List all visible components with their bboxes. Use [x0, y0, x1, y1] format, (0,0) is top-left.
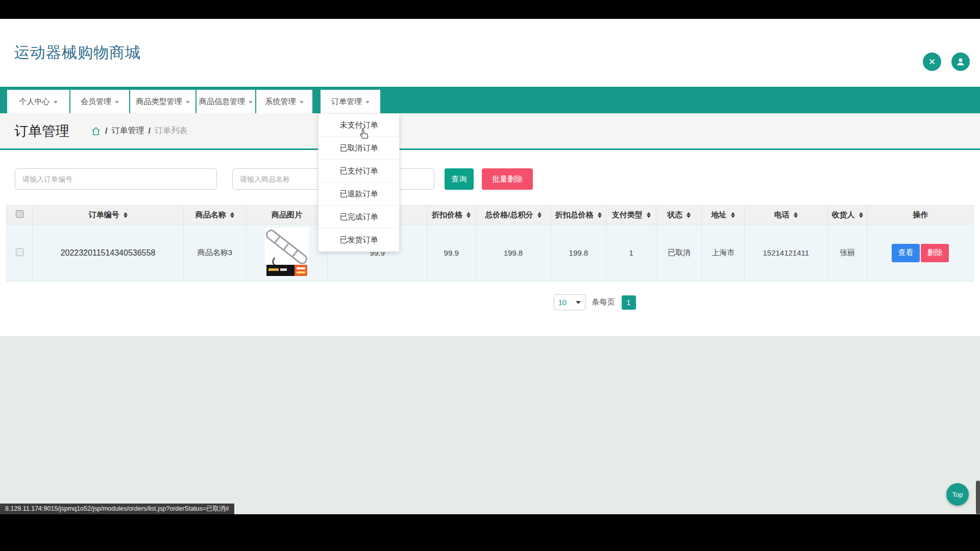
- chevron-down-icon: [249, 101, 253, 104]
- status-bar-url: 8.129.11.174:9015/jspmq1o52/jsp/modules/…: [0, 504, 234, 514]
- breadcrumb-order-mgmt[interactable]: 订单管理: [111, 126, 144, 136]
- product-thumbnail-image: [264, 227, 309, 277]
- close-icon: ✕: [928, 58, 936, 66]
- menu-item-refunded-orders[interactable]: 已退款订单: [318, 183, 399, 206]
- menu-item-unpaid-orders[interactable]: 未支付订单: [318, 114, 399, 137]
- app-header: 运动器械购物商城 ✕: [0, 19, 980, 87]
- user-button[interactable]: [951, 53, 970, 71]
- row-checkbox[interactable]: [16, 248, 23, 256]
- browser-page: 运动器械购物商城 ✕ 个人中心 会员管理: [0, 19, 980, 514]
- row-select-cell: [7, 224, 33, 282]
- delete-button[interactable]: 删除: [921, 244, 949, 262]
- sort-icon: [647, 212, 651, 218]
- chevron-down-icon: [300, 101, 304, 104]
- batch-delete-button[interactable]: 批量删除: [482, 168, 533, 190]
- orders-table: 订单编号 商品名称 商品图片 价格/积分: [6, 205, 974, 282]
- page-size-select[interactable]: 10: [554, 294, 585, 310]
- sort-icon: [687, 212, 691, 218]
- sort-icon: [598, 212, 602, 218]
- order-no-input[interactable]: [15, 168, 217, 190]
- cell-discount-price: 99.9: [427, 224, 476, 282]
- chevron-down-icon: [365, 101, 370, 104]
- nav-item-system-mgmt[interactable]: 系统管理: [256, 90, 312, 113]
- col-discount-price[interactable]: 折扣价格: [427, 206, 476, 224]
- col-pay-type[interactable]: 支付类型: [606, 206, 656, 224]
- home-link[interactable]: [91, 126, 101, 136]
- select-all-cell: [7, 206, 33, 224]
- menu-item-completed-orders[interactable]: 已完成订单: [318, 206, 399, 229]
- chevron-down-icon: [186, 101, 190, 104]
- nav-item-personal-center[interactable]: 个人中心: [7, 90, 69, 113]
- sort-icon: [794, 212, 798, 218]
- chevron-down-icon: [115, 101, 119, 104]
- page-1-button[interactable]: 1: [622, 295, 636, 310]
- nav-item-product-info-mgmt[interactable]: 商品信息管理: [197, 90, 255, 113]
- cell-receiver: 张丽: [827, 224, 867, 282]
- col-order-no[interactable]: 订单编号: [33, 206, 184, 224]
- cell-product-name: 商品名称3: [183, 224, 246, 282]
- page-title: 订单管理: [14, 122, 69, 140]
- main-nav: 个人中心 会员管理 商品类型管理 商品信息管理 系统管理 订单管理: [0, 87, 980, 113]
- sort-icon: [124, 212, 128, 218]
- cell-order-no: 202232011514340536558: [33, 224, 184, 282]
- col-address[interactable]: 地址: [702, 206, 744, 224]
- close-button[interactable]: ✕: [923, 53, 941, 71]
- chevron-down-icon: [54, 101, 58, 104]
- breadcrumb-bar: 订单管理 / 订单管理 / 订单列表: [0, 113, 980, 150]
- page-footer-space: [0, 336, 980, 514]
- menu-item-shipped-orders[interactable]: 已发货订单: [318, 229, 399, 252]
- col-product-name[interactable]: 商品名称: [183, 206, 246, 224]
- breadcrumb-order-list: 订单列表: [155, 126, 187, 136]
- cell-status: 已取消: [656, 224, 702, 282]
- col-actions: 操作: [867, 206, 974, 224]
- scrollbar-thumb[interactable]: [976, 481, 980, 514]
- cell-phone: 15214121411: [744, 224, 827, 282]
- cell-product-image: [246, 224, 327, 282]
- user-icon: [955, 57, 966, 67]
- sort-icon: [859, 212, 863, 218]
- col-status[interactable]: 状态: [656, 206, 702, 224]
- view-button[interactable]: 查看: [892, 244, 920, 262]
- app-title: 运动器械购物商城: [14, 42, 141, 63]
- order-mgmt-dropdown: 未支付订单 已取消订单 已支付订单 已退款订单 已完成订单 已发货订单: [318, 113, 400, 252]
- cell-total-price: 199.8: [476, 224, 551, 282]
- scroll-to-top-button[interactable]: Top: [946, 483, 969, 506]
- nav-item-product-type-mgmt[interactable]: 商品类型管理: [130, 90, 195, 113]
- table-header-row: 订单编号 商品名称 商品图片 价格/积分: [7, 206, 974, 224]
- home-icon: [91, 126, 101, 136]
- col-product-image: 商品图片: [246, 206, 327, 224]
- select-all-checkbox[interactable]: [16, 210, 23, 218]
- table-row: 202232011514340536558 商品名称3: [7, 224, 974, 282]
- cell-discount-total: 199.8: [551, 224, 606, 282]
- sort-icon: [467, 212, 471, 218]
- content-area: 查询 批量删除 订单编号: [0, 150, 980, 336]
- nav-item-order-mgmt[interactable]: 订单管理: [321, 90, 380, 113]
- col-receiver[interactable]: 收货人: [827, 206, 867, 224]
- header-icons: ✕: [923, 53, 970, 71]
- col-total-price[interactable]: 总价格/总积分: [476, 206, 551, 224]
- menu-item-cancelled-orders[interactable]: 已取消订单: [318, 137, 399, 160]
- col-phone[interactable]: 电话: [744, 206, 827, 224]
- filter-bar: 查询 批量删除: [0, 150, 980, 190]
- sort-icon: [731, 212, 735, 218]
- cell-actions: 查看 删除: [867, 224, 974, 282]
- cell-address: 上海市: [702, 224, 744, 282]
- menu-item-paid-orders[interactable]: 已支付订单: [318, 160, 399, 183]
- chevron-down-icon: [576, 301, 581, 304]
- search-button[interactable]: 查询: [445, 168, 474, 190]
- nav-item-member-mgmt[interactable]: 会员管理: [70, 90, 129, 113]
- pagination: 10 条每页 1: [105, 294, 980, 310]
- screen: 运动器械购物商城 ✕ 个人中心 会员管理: [0, 0, 980, 551]
- col-discount-total[interactable]: 折扣总价格: [551, 206, 606, 224]
- breadcrumb: / 订单管理 / 订单列表: [91, 126, 187, 136]
- sort-icon: [537, 212, 542, 218]
- sort-icon: [230, 212, 234, 218]
- per-page-label: 条每页: [592, 297, 615, 307]
- cell-pay-type: 1: [606, 224, 656, 282]
